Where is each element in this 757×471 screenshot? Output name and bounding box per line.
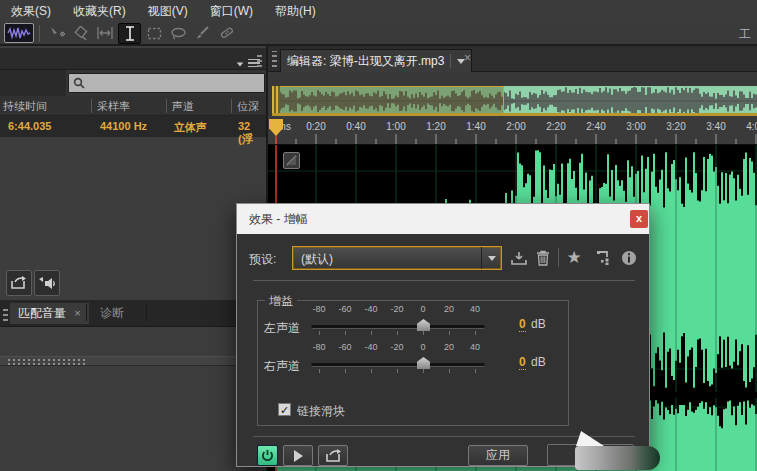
- scale-label: -40: [358, 342, 384, 352]
- overview-start-marker: [272, 86, 280, 116]
- file-sample-rate: 44100 Hz: [100, 120, 147, 132]
- scale-label: -60: [332, 304, 358, 314]
- move-tool-button[interactable]: [45, 23, 69, 43]
- left-channel-db[interactable]: 0: [519, 317, 526, 332]
- editor-tab[interactable]: 编辑器: 梁博-出现又离开.mp3: [280, 49, 472, 72]
- menu-window[interactable]: 窗口(W): [199, 0, 264, 22]
- menu-help[interactable]: 帮助(H): [264, 0, 327, 22]
- files-column-header: 持续时间 采样率 声道 位深度: [0, 96, 266, 116]
- effect-amplify-dialog: 效果 - 增幅 x 预设: (默认) ★ 增益 左声道 -80 -60: [236, 203, 650, 467]
- right-channel-slider-track[interactable]: [311, 363, 485, 367]
- save-preset-button[interactable]: [510, 250, 528, 266]
- effect-rack-button[interactable]: [594, 249, 612, 266]
- ibeam-selection-tool-button[interactable]: [118, 23, 141, 44]
- preview-play-button[interactable]: [283, 445, 313, 466]
- right-channel-label: 右声道: [264, 358, 300, 375]
- panel-grip-handle[interactable]: [257, 52, 262, 67]
- panel-splitter[interactable]: [0, 356, 266, 366]
- time-selection-tool-button[interactable]: [93, 23, 117, 43]
- menu-bar: 效果(S) 收藏夹(R) 视图(V) 窗口(W) 帮助(H): [0, 0, 757, 22]
- loop-icon: [325, 449, 342, 463]
- divider-line: [253, 280, 635, 281]
- right-channel-db[interactable]: 0: [519, 355, 526, 370]
- col-sample-rate[interactable]: 采样率: [97, 99, 130, 114]
- tab-match-volume-close-icon[interactable]: ×: [74, 307, 80, 319]
- routing-icon: [596, 250, 611, 265]
- left-channel-label: 左声道: [264, 320, 300, 337]
- tab-match-volume-label: 匹配音量: [18, 306, 66, 320]
- search-icon: [73, 77, 86, 90]
- scale-label: -20: [384, 304, 410, 314]
- split-view-icon: [286, 155, 297, 166]
- editor-tab-label: 编辑器: 梁博-出现又离开.mp3: [287, 53, 444, 70]
- spectral-split-button[interactable]: [283, 152, 300, 169]
- menu-favorites[interactable]: 收藏夹(R): [62, 0, 137, 22]
- dialog-close-button[interactable]: x: [630, 210, 648, 228]
- scale-label: -20: [384, 342, 410, 352]
- link-sliders-checkbox[interactable]: ✓: [278, 403, 291, 416]
- files-toolbar-left: [0, 70, 66, 96]
- ibeam-icon: [125, 26, 135, 41]
- scale-label: -60: [332, 342, 358, 352]
- favorite-button[interactable]: ★: [564, 247, 584, 267]
- search-input[interactable]: [68, 73, 265, 93]
- lasso-selection-tool-button[interactable]: [166, 23, 190, 43]
- trash-icon: [536, 250, 550, 266]
- preset-dropdown-caret[interactable]: [481, 247, 501, 269]
- preset-label: 预设:: [249, 251, 276, 268]
- menu-effects[interactable]: 效果(S): [0, 0, 62, 22]
- left-channel-slider-ticks: [319, 331, 477, 335]
- editor-grip-handle[interactable]: [272, 51, 277, 67]
- loop-preview-button[interactable]: [318, 445, 348, 466]
- menu-view[interactable]: 视图(V): [137, 0, 199, 22]
- slip-tool-button[interactable]: [69, 23, 93, 43]
- left-channel-value[interactable]: 0 dB: [519, 317, 546, 331]
- star-icon: ★: [566, 247, 581, 268]
- files-panel: 持续时间 采样率 声道 位深度 6:44.035 44100 Hz 立体声 32…: [0, 46, 266, 471]
- open-file-button[interactable]: [6, 270, 32, 296]
- audition-app-window: 效果(S) 收藏夹(R) 视图(V) 窗口(W) 帮助(H): [0, 0, 757, 471]
- overview-bottom-bar: [272, 113, 757, 116]
- toolbar-separator: [39, 25, 40, 42]
- col-duration[interactable]: 持续时间: [3, 99, 47, 114]
- db-unit: dB: [531, 355, 546, 369]
- marquee-selection-tool-button[interactable]: [142, 23, 166, 43]
- right-channel-value[interactable]: 0 dB: [519, 355, 546, 369]
- overview-waveform[interactable]: [272, 86, 757, 116]
- workspace-label[interactable]: 工: [739, 26, 751, 43]
- paintbrush-tool-button[interactable]: [190, 23, 214, 43]
- waveform-view-button[interactable]: [4, 23, 34, 43]
- spot-healing-brush-tool-button[interactable]: [214, 23, 238, 43]
- db-unit: dB: [531, 317, 546, 331]
- tab-diagnostics[interactable]: 诊断: [92, 303, 132, 324]
- info-button[interactable]: [620, 249, 638, 266]
- col-channels[interactable]: 声道: [172, 99, 194, 114]
- scale-label: 0: [410, 304, 436, 314]
- delete-preset-button[interactable]: [534, 249, 552, 266]
- preset-dropdown[interactable]: (默认): [292, 246, 502, 270]
- scale-label: 40: [462, 304, 488, 314]
- auto-play-button[interactable]: [34, 270, 60, 296]
- tools-toolbar: 工: [0, 22, 757, 46]
- lower-tab-bar: 匹配音量 × 诊断: [0, 300, 266, 327]
- tabbar-grip-handle[interactable]: [3, 306, 8, 321]
- editor-tab-bar: 编辑器: 梁博-出现又离开.mp3 ×: [268, 46, 757, 72]
- info-icon: [621, 250, 637, 266]
- scale-label: 20: [436, 342, 462, 352]
- file-row[interactable]: 6:44.035 44100 Hz 立体声 32 (浮: [0, 116, 266, 137]
- dialog-title-bar[interactable]: 效果 - 增幅: [237, 204, 649, 234]
- waveform-icon: [7, 26, 31, 40]
- overview-strip[interactable]: [268, 85, 757, 116]
- censor-blur-overlay: [575, 446, 660, 470]
- effect-power-toggle[interactable]: [257, 445, 278, 466]
- apply-button[interactable]: 应用: [468, 445, 528, 466]
- time-ruler[interactable]: hms 0:20 0:40 1:00 1:20 1:40 2:00 2:20 2…: [268, 120, 757, 145]
- tab-match-volume[interactable]: 匹配音量 ×: [10, 303, 89, 324]
- left-channel-slider-track[interactable]: [311, 325, 485, 329]
- divider-line: [253, 436, 635, 437]
- scale-label: 20: [436, 304, 462, 314]
- empty-panel-area: [0, 366, 266, 471]
- file-duration: 6:44.035: [8, 120, 51, 132]
- editor-tab-close-icon[interactable]: ×: [464, 51, 471, 65]
- overview-view-region[interactable]: [272, 86, 504, 116]
